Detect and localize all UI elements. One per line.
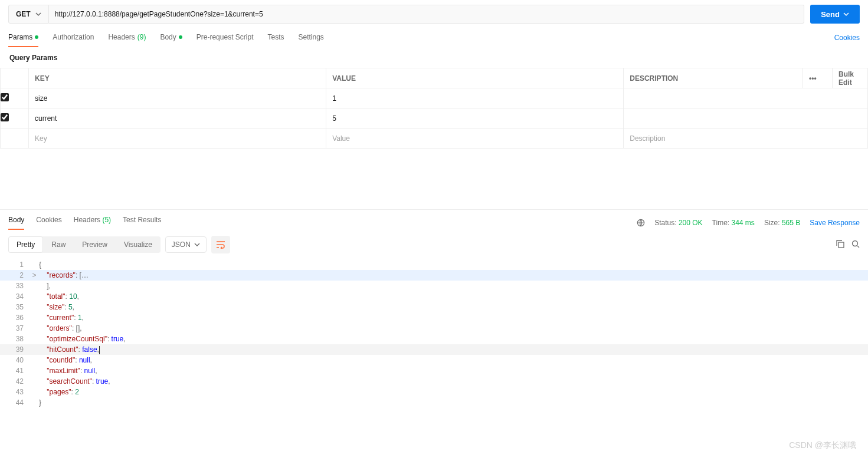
view-pretty[interactable]: Pretty [8,236,43,253]
description-input[interactable] [624,88,867,108]
code-line: 33 ], [0,281,868,291]
table-row [1,88,868,108]
code-line: 42 "searchCount": true, [0,376,868,387]
http-method-select[interactable]: GET [8,5,49,24]
globe-icon [637,219,645,227]
watermark: CSDN @李长渊哦 [789,440,856,451]
col-key: KEY [29,68,326,88]
response-code[interactable]: 1{2> "records": […33 ],34 "total": 10,35… [0,259,868,458]
url-input[interactable] [49,5,805,24]
chevron-down-icon [194,242,200,248]
key-input[interactable] [29,88,326,108]
code-line: 37 "orders": [], [0,323,868,334]
table-row-empty [1,128,868,149]
view-segmented: Pretty Raw Preview Visualize [8,236,161,253]
svg-point-2 [853,240,858,246]
table-row [1,108,868,128]
resp-tab-testresults[interactable]: Test Results [123,216,161,230]
active-dot-icon [179,35,182,39]
http-method-label: GET [16,10,31,18]
active-dot-icon [35,35,38,39]
tab-body[interactable]: Body [160,28,182,47]
send-button[interactable]: Send [810,5,860,24]
value-input[interactable] [326,128,623,148]
bulk-edit-button[interactable]: Bulk Edit [833,68,868,88]
row-checkbox[interactable] [1,113,9,121]
wrap-icon [216,240,225,249]
code-line: 34 "total": 10, [0,291,868,302]
code-line: 1{ [0,259,868,270]
cookies-link[interactable]: Cookies [834,34,860,42]
response-meta: Status: 200 OK Time: 344 ms Size: 565 B … [637,219,860,227]
col-check [1,68,29,88]
view-preview[interactable]: Preview [74,236,116,253]
format-select[interactable]: JSON [165,236,207,253]
col-description: DESCRIPTION [624,68,803,88]
save-response-button[interactable]: Save Response [810,219,860,227]
request-bar: GET Send [0,0,868,28]
response-view-bar: Pretty Raw Preview Visualize JSON [0,230,868,259]
code-line: 35 "size": 5, [0,302,868,312]
search-icon[interactable] [851,240,860,250]
key-input[interactable] [29,108,326,128]
code-line: 44} [0,397,868,408]
resp-tab-body[interactable]: Body [8,216,24,230]
view-raw[interactable]: Raw [43,236,74,253]
description-input[interactable] [624,128,867,148]
value-input[interactable] [326,108,623,128]
tab-headers[interactable]: Headers (9) [108,28,146,47]
tab-tests[interactable]: Tests [267,28,284,47]
resp-tab-headers[interactable]: Headers (5) [74,216,111,230]
view-visualize[interactable]: Visualize [116,236,161,253]
copy-icon[interactable] [836,240,844,250]
code-line: 43 "pages": 2 [0,387,868,397]
row-checkbox[interactable] [1,93,9,101]
wrap-lines-button[interactable] [211,236,230,253]
query-params-title: Query Params [0,48,868,68]
tab-prerequest[interactable]: Pre-request Script [196,28,254,47]
code-line: 36 "current": 1, [0,312,868,323]
col-options[interactable]: ••• [803,68,833,88]
value-input[interactable] [326,88,623,108]
send-button-label: Send [821,10,840,19]
request-tabs: Params Authorization Headers (9) Body Pr… [0,28,868,48]
view-right-icons [836,240,860,250]
response-panel: Body Cookies Headers (5) Test Results St… [0,209,868,458]
code-line: 40 "countId": null, [0,355,868,365]
description-input[interactable] [624,108,867,128]
code-line: 41 "maxLimit": null, [0,365,868,376]
query-params-table: KEY VALUE DESCRIPTION ••• Bulk Edit [0,68,868,149]
code-line: 2> "records": [… [0,270,868,281]
code-line: 39 "hitCount": false, [0,344,868,355]
resp-tab-cookies[interactable]: Cookies [36,216,61,230]
tab-authorization[interactable]: Authorization [53,28,94,47]
col-value: VALUE [326,68,624,88]
chevron-down-icon [35,11,41,17]
tab-params[interactable]: Params [8,28,38,47]
key-input[interactable] [29,128,326,148]
format-label: JSON [172,240,191,249]
response-tabs: Body Cookies Headers (5) Test Results St… [0,210,868,230]
code-line: 38 "optimizeCountSql": true, [0,334,868,344]
chevron-down-icon [843,11,849,17]
tab-settings[interactable]: Settings [299,28,324,47]
svg-rect-1 [838,242,844,248]
